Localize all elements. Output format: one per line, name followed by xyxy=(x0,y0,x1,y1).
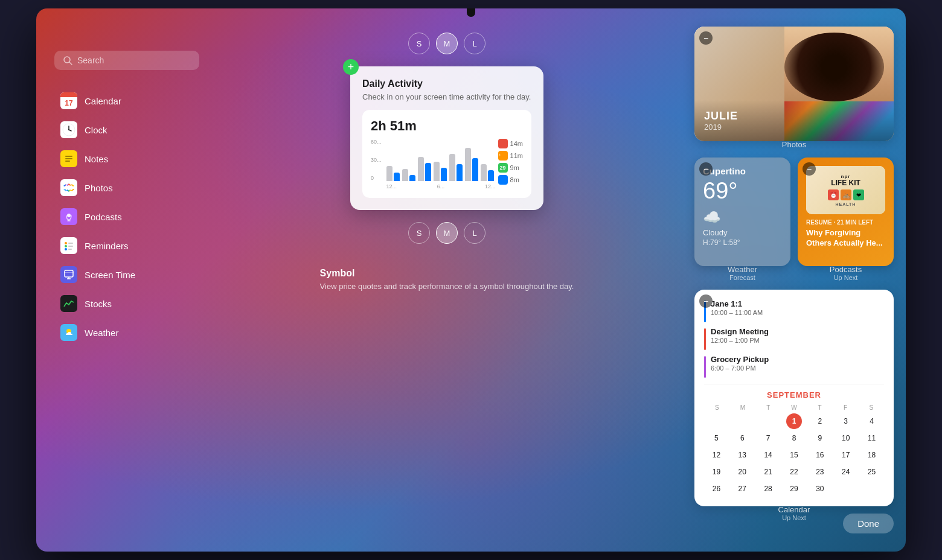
bar-blue-5 xyxy=(457,164,463,181)
svg-rect-22 xyxy=(68,249,72,250)
size-btn-s-bottom[interactable]: S xyxy=(408,222,430,244)
cal-day-30[interactable]: 30 xyxy=(812,481,828,497)
cal-day-1[interactable]: 1 xyxy=(786,413,802,429)
screen-time-value: 2h 51m xyxy=(371,118,523,134)
cal-day-24[interactable]: 24 xyxy=(838,464,854,480)
svg-line-1 xyxy=(69,62,72,65)
cal-empty-4 xyxy=(838,481,854,497)
y-label-0: 0 xyxy=(371,175,382,181)
symbol-section: Symbol View price quotes and track perfo… xyxy=(308,256,586,304)
sidebar: Search Calendar Clock xyxy=(36,8,211,552)
cal-day-27[interactable]: 27 xyxy=(734,481,750,497)
day-header-m: M xyxy=(730,404,756,411)
chart-bars-container xyxy=(386,139,496,181)
sidebar-item-notes[interactable]: Notes xyxy=(54,145,199,173)
cal-day-25[interactable]: 25 xyxy=(864,464,880,480)
album-icons-row: ⏰ 🚲 ❤ xyxy=(828,189,864,200)
size-btn-m-bottom[interactable]: M xyxy=(436,222,458,244)
cal-day-21[interactable]: 21 xyxy=(760,464,776,480)
event-details-1: Jane 1:1 10:00 – 11:00 AM xyxy=(711,299,763,316)
sidebar-item-stocks[interactable]: Stocks xyxy=(54,290,199,317)
podcasts-sublabel: Up Next xyxy=(798,274,894,281)
sidebar-item-podcasts[interactable]: Podcasts xyxy=(54,203,199,231)
sidebar-item-photos[interactable]: Photos xyxy=(54,174,199,202)
cal-day-2[interactable]: 2 xyxy=(812,413,828,429)
sidebar-item-reminders[interactable]: Reminders xyxy=(54,232,199,259)
cal-empty-2 xyxy=(734,413,750,429)
photos-remove-button[interactable]: − xyxy=(699,31,713,45)
search-bar[interactable]: Search xyxy=(54,51,199,70)
calendar-event-2: Design Meeting 12:00 – 1:00 PM xyxy=(704,327,884,350)
cal-day-13[interactable]: 13 xyxy=(734,447,750,463)
top-size-selector: S M L xyxy=(408,33,485,54)
cal-day-16[interactable]: 16 xyxy=(812,447,828,463)
cal-day-14[interactable]: 14 xyxy=(760,447,776,463)
day-header-f: F xyxy=(833,404,859,411)
calendar-remove-button[interactable]: − xyxy=(699,294,713,308)
x-label-2: 6... xyxy=(437,183,445,189)
stocks-icon xyxy=(60,295,77,312)
daily-activity-title: Daily Activity xyxy=(362,78,531,89)
cal-day-8[interactable]: 8 xyxy=(786,430,802,446)
svg-rect-10 xyxy=(65,161,70,162)
cal-day-26[interactable]: 26 xyxy=(708,481,724,497)
size-btn-l-bottom[interactable]: L xyxy=(464,222,485,244)
cal-day-15[interactable]: 15 xyxy=(786,447,802,463)
svg-rect-28 xyxy=(62,297,75,310)
cal-day-9[interactable]: 9 xyxy=(812,430,828,446)
calendar-widget: − Jane 1:1 10:00 – 11:00 AM xyxy=(694,290,894,506)
notes-icon xyxy=(60,150,77,167)
podcasts-resume: RESUME · 21 MIN LEFT xyxy=(806,219,885,226)
weather-remove-button[interactable]: − xyxy=(699,162,713,176)
size-btn-m-top[interactable]: M xyxy=(436,33,458,54)
cal-day-18[interactable]: 18 xyxy=(864,447,880,463)
album-icon-alarm: ⏰ xyxy=(828,189,839,200)
calendar-event-1: Jane 1:1 10:00 – 11:00 AM xyxy=(704,299,884,322)
cal-day-5[interactable]: 5 xyxy=(708,430,724,446)
event-name-2: Design Meeting xyxy=(711,327,769,337)
weather-podcasts-row: − Cupertino 69° ☁️ Cloudy H:79° L:58° We… xyxy=(694,158,894,281)
sidebar-label-screentime: Screen Time xyxy=(85,270,135,280)
cal-day-6[interactable]: 6 xyxy=(734,430,750,446)
event-bar-2 xyxy=(704,328,706,350)
main-content: S M L + Daily Activity Check in on your … xyxy=(211,8,906,552)
cal-day-10[interactable]: 10 xyxy=(838,430,854,446)
cal-day-29[interactable]: 29 xyxy=(786,481,802,497)
calendar-widget-container: − Jane 1:1 10:00 – 11:00 AM xyxy=(694,290,894,521)
sidebar-label-clock: Clock xyxy=(85,125,107,135)
hair-area xyxy=(784,33,884,101)
size-btn-l-top[interactable]: L xyxy=(464,33,485,54)
cal-day-28[interactable]: 28 xyxy=(760,481,776,497)
cal-day-23[interactable]: 23 xyxy=(812,464,828,480)
cal-day-22[interactable]: 22 xyxy=(786,464,802,480)
svg-point-19 xyxy=(65,245,67,247)
cal-day-17[interactable]: 17 xyxy=(838,447,854,463)
sidebar-item-clock[interactable]: Clock xyxy=(54,116,199,144)
symbol-desc: View price quotes and track performance … xyxy=(320,281,574,292)
cal-day-19[interactable]: 19 xyxy=(708,464,724,480)
weather-widget: − Cupertino 69° ☁️ Cloudy H:79° L:58° xyxy=(694,158,790,266)
app-icon-2: ♪ xyxy=(498,151,508,161)
svg-point-13 xyxy=(67,214,71,217)
sidebar-item-weather[interactable]: Weather xyxy=(54,319,199,346)
size-btn-s-top[interactable]: S xyxy=(408,33,430,54)
cal-empty-1 xyxy=(708,413,724,429)
bar-gray-5 xyxy=(449,154,455,181)
cal-day-7[interactable]: 7 xyxy=(760,430,776,446)
podcasts-remove-button[interactable]: − xyxy=(803,162,816,176)
svg-rect-9 xyxy=(65,158,72,159)
sidebar-label-calendar: Calendar xyxy=(85,96,121,106)
cal-empty-5 xyxy=(864,481,880,497)
sidebar-item-calendar[interactable]: Calendar xyxy=(54,87,199,115)
cal-day-3[interactable]: 3 xyxy=(838,413,854,429)
bar-blue-3 xyxy=(425,163,431,181)
chart-y-labels: 60... 30... 0 xyxy=(371,139,382,181)
cal-day-4[interactable]: 4 xyxy=(864,413,880,429)
sidebar-item-screentime[interactable]: Screen Time xyxy=(54,261,199,288)
cal-day-12[interactable]: 12 xyxy=(708,447,724,463)
add-widget-button[interactable]: + xyxy=(343,59,359,75)
cal-day-20[interactable]: 20 xyxy=(734,464,750,480)
sidebar-label-notes: Notes xyxy=(85,154,108,164)
cal-day-11[interactable]: 11 xyxy=(864,430,880,446)
bar-gray-3 xyxy=(418,157,424,181)
